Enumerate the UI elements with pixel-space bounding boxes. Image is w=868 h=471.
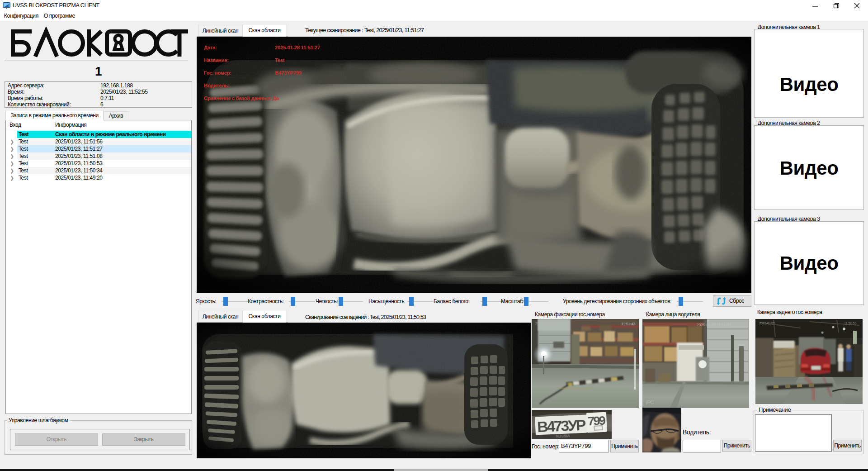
svg-text:11:50:53: 11:50:53 (844, 321, 857, 325)
svg-text:2025/01/23: 2025/01/23 (535, 321, 552, 325)
svg-text:2025-01-23 11:51:33: 2025-01-23 11:51:33 (697, 323, 731, 327)
svg-text:2025/01/23: 2025/01/23 (759, 321, 776, 325)
svg-text:IPC: IPC (646, 400, 654, 405)
svg-text:11:51:43: 11:51:43 (621, 322, 636, 326)
svg-text:В473УР: В473УР (537, 416, 586, 436)
svg-text:RUSSIA: RUSSIA (556, 433, 571, 438)
